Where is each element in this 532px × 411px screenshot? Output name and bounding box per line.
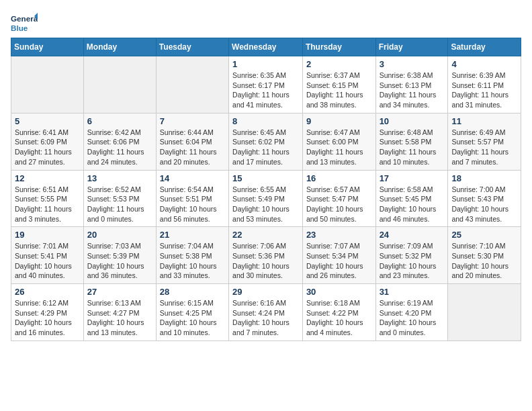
day-number: 21 (160, 230, 225, 240)
day-info: Sunrise: 6:42 AMSunset: 6:06 PMDaylight:… (87, 128, 152, 167)
day-info: Sunrise: 7:10 AMSunset: 5:30 PMDaylight:… (451, 241, 517, 281)
generalblue-logo-icon: General Blue (11, 11, 38, 35)
day-info: Sunrise: 7:06 AMSunset: 5:36 PMDaylight:… (232, 241, 299, 281)
day-info: Sunrise: 6:48 AMSunset: 5:58 PMDaylight:… (380, 128, 445, 167)
calendar-cell: 11Sunrise: 6:49 AMSunset: 5:57 PMDayligh… (448, 113, 521, 170)
calendar-cell: 17Sunrise: 6:58 AMSunset: 5:45 PMDayligh… (375, 170, 448, 227)
day-info: Sunrise: 6:12 AMSunset: 4:29 PMDaylight:… (15, 298, 80, 338)
calendar-cell: 14Sunrise: 6:54 AMSunset: 5:51 PMDayligh… (156, 170, 228, 227)
day-number: 25 (451, 230, 517, 240)
day-info: Sunrise: 7:04 AMSunset: 5:38 PMDaylight:… (160, 241, 225, 281)
day-info: Sunrise: 6:44 AMSunset: 6:04 PMDaylight:… (160, 128, 225, 167)
calendar-cell: 7Sunrise: 6:44 AMSunset: 6:04 PMDaylight… (156, 113, 228, 170)
calendar-cell: 29Sunrise: 6:16 AMSunset: 4:24 PMDayligh… (229, 284, 303, 341)
calendar-cell: 22Sunrise: 7:06 AMSunset: 5:36 PMDayligh… (229, 227, 303, 284)
calendar-cell (83, 56, 156, 113)
logo: General Blue (11, 11, 39, 35)
day-number: 7 (160, 116, 225, 126)
day-info: Sunrise: 6:45 AMSunset: 6:02 PMDaylight:… (232, 128, 299, 167)
day-info: Sunrise: 6:38 AMSunset: 6:13 PMDaylight:… (380, 71, 445, 110)
calendar-cell: 13Sunrise: 6:52 AMSunset: 5:53 PMDayligh… (83, 170, 156, 227)
calendar-cell: 2Sunrise: 6:37 AMSunset: 6:15 PMDaylight… (302, 56, 375, 113)
weekday-header-sunday: Sunday (11, 38, 84, 56)
calendar-cell: 3Sunrise: 6:38 AMSunset: 6:13 PMDaylight… (375, 56, 448, 113)
day-info: Sunrise: 6:39 AMSunset: 6:11 PMDaylight:… (451, 71, 517, 110)
day-number: 29 (232, 287, 299, 297)
day-number: 11 (451, 116, 517, 126)
day-info: Sunrise: 6:57 AMSunset: 5:47 PMDaylight:… (306, 185, 372, 224)
weekday-header-monday: Monday (83, 38, 156, 56)
day-info: Sunrise: 6:16 AMSunset: 4:24 PMDaylight:… (232, 298, 299, 338)
weekday-header-thursday: Thursday (302, 38, 375, 56)
day-info: Sunrise: 6:18 AMSunset: 4:22 PMDaylight:… (306, 298, 372, 338)
day-number: 18 (451, 173, 517, 183)
day-number: 2 (306, 59, 372, 69)
day-number: 14 (160, 173, 225, 183)
calendar-cell: 10Sunrise: 6:48 AMSunset: 5:58 PMDayligh… (375, 113, 448, 170)
day-info: Sunrise: 6:58 AMSunset: 5:45 PMDaylight:… (380, 185, 445, 224)
day-number: 22 (232, 230, 299, 240)
calendar-cell: 24Sunrise: 7:09 AMSunset: 5:32 PMDayligh… (375, 227, 448, 284)
day-number: 16 (306, 173, 372, 183)
day-info: Sunrise: 6:13 AMSunset: 4:27 PMDaylight:… (87, 298, 152, 338)
day-info: Sunrise: 6:15 AMSunset: 4:25 PMDaylight:… (160, 298, 225, 338)
day-number: 20 (87, 230, 152, 240)
calendar-cell (156, 56, 228, 113)
calendar-cell: 6Sunrise: 6:42 AMSunset: 6:06 PMDaylight… (83, 113, 156, 170)
day-info: Sunrise: 6:49 AMSunset: 5:57 PMDaylight:… (451, 128, 517, 167)
day-number: 31 (380, 287, 445, 297)
day-number: 27 (87, 287, 152, 297)
calendar-cell: 28Sunrise: 6:15 AMSunset: 4:25 PMDayligh… (156, 284, 228, 341)
day-info: Sunrise: 6:41 AMSunset: 6:09 PMDaylight:… (15, 128, 80, 167)
weekday-header-wednesday: Wednesday (229, 38, 303, 56)
day-number: 15 (232, 173, 299, 183)
day-number: 8 (232, 116, 299, 126)
calendar-table: SundayMondayTuesdayWednesdayThursdayFrid… (11, 38, 521, 341)
calendar-cell: 27Sunrise: 6:13 AMSunset: 4:27 PMDayligh… (83, 284, 156, 341)
day-info: Sunrise: 6:47 AMSunset: 6:00 PMDaylight:… (306, 128, 372, 167)
day-number: 23 (306, 230, 372, 240)
day-info: Sunrise: 6:54 AMSunset: 5:51 PMDaylight:… (160, 185, 225, 224)
day-number: 9 (306, 116, 372, 126)
calendar-cell: 1Sunrise: 6:35 AMSunset: 6:17 PMDaylight… (229, 56, 303, 113)
day-info: Sunrise: 7:01 AMSunset: 5:41 PMDaylight:… (15, 241, 80, 281)
calendar-cell: 25Sunrise: 7:10 AMSunset: 5:30 PMDayligh… (448, 227, 521, 284)
day-number: 13 (87, 173, 152, 183)
day-number: 17 (380, 173, 445, 183)
day-number: 1 (232, 59, 299, 69)
calendar-cell: 18Sunrise: 7:00 AMSunset: 5:43 PMDayligh… (448, 170, 521, 227)
calendar-cell (448, 284, 521, 341)
calendar-cell: 8Sunrise: 6:45 AMSunset: 6:02 PMDaylight… (229, 113, 303, 170)
calendar-cell: 12Sunrise: 6:51 AMSunset: 5:55 PMDayligh… (11, 170, 84, 227)
day-number: 24 (380, 230, 445, 240)
day-info: Sunrise: 7:03 AMSunset: 5:39 PMDaylight:… (87, 241, 152, 281)
day-info: Sunrise: 6:19 AMSunset: 4:20 PMDaylight:… (380, 298, 445, 338)
day-number: 10 (380, 116, 445, 126)
calendar-cell: 4Sunrise: 6:39 AMSunset: 6:11 PMDaylight… (448, 56, 521, 113)
calendar-cell: 31Sunrise: 6:19 AMSunset: 4:20 PMDayligh… (375, 284, 448, 341)
calendar-cell: 23Sunrise: 7:07 AMSunset: 5:34 PMDayligh… (302, 227, 375, 284)
calendar-cell: 5Sunrise: 6:41 AMSunset: 6:09 PMDaylight… (11, 113, 84, 170)
day-info: Sunrise: 7:07 AMSunset: 5:34 PMDaylight:… (306, 241, 372, 281)
calendar-cell: 9Sunrise: 6:47 AMSunset: 6:00 PMDaylight… (302, 113, 375, 170)
calendar-cell: 19Sunrise: 7:01 AMSunset: 5:41 PMDayligh… (11, 227, 84, 284)
day-number: 4 (451, 59, 517, 69)
day-number: 6 (87, 116, 152, 126)
day-number: 3 (380, 59, 445, 69)
calendar-cell (11, 56, 84, 113)
day-number: 28 (160, 287, 225, 297)
weekday-header-saturday: Saturday (448, 38, 521, 56)
day-info: Sunrise: 6:37 AMSunset: 6:15 PMDaylight:… (306, 71, 372, 110)
calendar-cell: 16Sunrise: 6:57 AMSunset: 5:47 PMDayligh… (302, 170, 375, 227)
day-number: 19 (15, 230, 80, 240)
day-number: 30 (306, 287, 372, 297)
day-info: Sunrise: 6:51 AMSunset: 5:55 PMDaylight:… (15, 185, 80, 224)
svg-text:General: General (11, 14, 38, 23)
header: General Blue (11, 11, 521, 35)
weekday-header-friday: Friday (375, 38, 448, 56)
calendar-cell: 21Sunrise: 7:04 AMSunset: 5:38 PMDayligh… (156, 227, 228, 284)
day-info: Sunrise: 6:52 AMSunset: 5:53 PMDaylight:… (87, 185, 152, 224)
svg-text:Blue: Blue (11, 24, 28, 32)
calendar-cell: 20Sunrise: 7:03 AMSunset: 5:39 PMDayligh… (83, 227, 156, 284)
day-number: 26 (15, 287, 80, 297)
